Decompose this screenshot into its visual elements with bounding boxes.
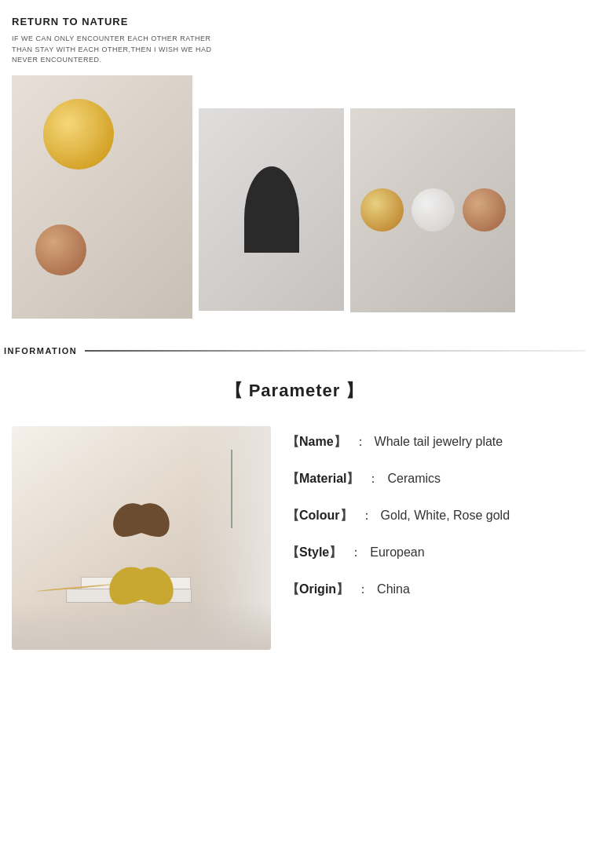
- origin-colon: ：: [357, 582, 369, 598]
- rose-plate-decoration: [35, 224, 86, 275]
- info-label: INFORMATION: [4, 346, 77, 356]
- colour-value: Gold, White, Rose gold: [381, 509, 510, 523]
- parameter-section: 【 Parameter 】: [0, 363, 589, 666]
- image-inner-right: [350, 108, 515, 312]
- colour-bracket-open: 【: [287, 508, 299, 524]
- plant-stem: [231, 450, 232, 528]
- info-row-origin: 【 Origin 】 ： China: [287, 582, 577, 598]
- images-row: [12, 75, 577, 319]
- style-key: Style: [299, 545, 329, 560]
- name-colon: ：: [354, 434, 367, 450]
- return-title: RETURN TO NATURE: [12, 16, 577, 27]
- colour-colon: ：: [360, 508, 373, 524]
- style-colon: ：: [349, 545, 362, 561]
- material-colon: ：: [367, 471, 379, 487]
- gold-plate: [360, 188, 404, 232]
- product-image-middle: [199, 108, 344, 311]
- style-value: European: [370, 545, 424, 560]
- origin-bracket-close: 】: [336, 582, 349, 598]
- image-inner-left: [12, 75, 192, 319]
- content-row: 【Name】 ： Whale tail jewelry plate 【Mater…: [12, 426, 577, 650]
- name-bracket-close: 】: [334, 434, 346, 450]
- colour-key: Colour: [299, 509, 340, 523]
- origin-value: China: [377, 582, 410, 596]
- style-bracket-close: 】: [329, 545, 342, 561]
- plates-decoration: [360, 188, 506, 232]
- gold-plate-decoration: [43, 99, 114, 170]
- whale-tail-svg-dark: [110, 498, 173, 553]
- plate-oval-dark: [106, 556, 177, 626]
- material-key: Material: [299, 472, 346, 486]
- whale-tail-svg-gold: [106, 560, 177, 623]
- top-section: RETURN TO NATURE IF WE CAN ONLY ENCOUNTE…: [0, 0, 589, 326]
- origin-key: Origin: [299, 582, 336, 596]
- image-inner-middle: [199, 108, 344, 311]
- divider-line: [85, 350, 585, 352]
- name-key: Name: [299, 435, 334, 449]
- white-plate: [412, 188, 455, 232]
- style-bracket-open: 【: [287, 545, 299, 561]
- material-value: Ceramics: [387, 472, 441, 486]
- info-divider: INFORMATION: [0, 338, 589, 363]
- info-row-colour: 【Colour】 ： Gold, White, Rose gold: [287, 508, 577, 524]
- chair-decoration: [244, 166, 299, 253]
- plant-decoration: [208, 434, 255, 528]
- info-row-material: 【Material】 ： Ceramics: [287, 471, 577, 487]
- return-description: IF WE CAN ONLY ENCOUNTER EACH OTHER RATH…: [12, 34, 216, 66]
- info-row-style: 【 Style 】 ： European: [287, 545, 577, 561]
- product-photo: [12, 426, 271, 650]
- info-row-name: 【Name】 ： Whale tail jewelry plate: [287, 434, 577, 450]
- whale-tail-display: [106, 498, 177, 626]
- parameter-title: 【 Parameter 】: [12, 379, 577, 403]
- origin-bracket-open: 【: [287, 582, 299, 598]
- info-table: 【Name】 ： Whale tail jewelry plate 【Mater…: [287, 426, 577, 618]
- name-value: Whale tail jewelry plate: [375, 435, 503, 449]
- material-bracket-close: 】: [346, 471, 359, 487]
- product-image-left: [12, 75, 192, 319]
- product-image-right: [350, 108, 515, 312]
- material-bracket-open: 【: [287, 471, 299, 487]
- name-bracket-open: 【: [287, 434, 299, 450]
- rose-plate: [463, 188, 506, 232]
- colour-bracket-close: 】: [340, 508, 353, 524]
